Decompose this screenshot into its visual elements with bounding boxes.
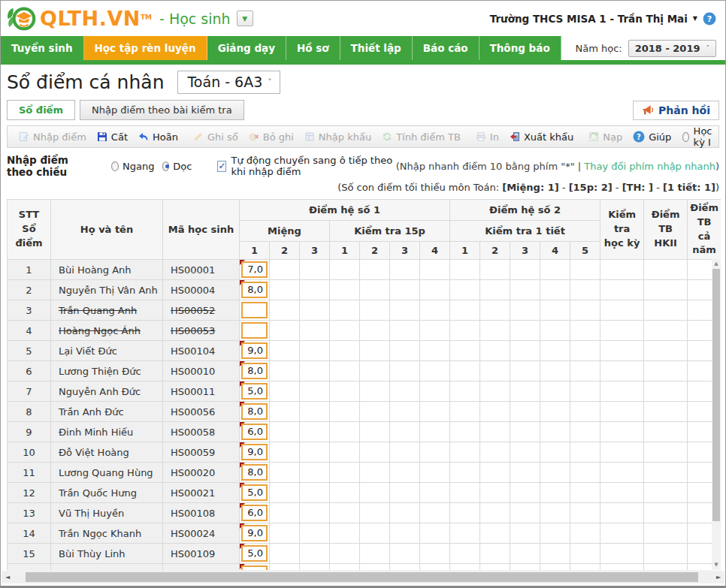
grade-cell[interactable]: [510, 260, 540, 280]
grade-cell[interactable]: [330, 361, 360, 381]
grade-cell[interactable]: [360, 463, 390, 483]
grade-input-box[interactable]: 9,0: [241, 525, 268, 541]
grade-cell[interactable]: [390, 503, 420, 523]
grade-cell[interactable]: [570, 381, 600, 402]
grade-cell[interactable]: [270, 300, 300, 321]
mieng1-input-cell[interactable]: 9,0: [240, 523, 270, 544]
grade-cell[interactable]: [480, 503, 510, 523]
grade-cell[interactable]: [510, 523, 540, 544]
grade-cell[interactable]: [570, 361, 600, 381]
exam-cell[interactable]: [600, 544, 644, 564]
grade-cell[interactable]: [420, 523, 450, 544]
page-horizontal-scrollbar[interactable]: ◄ ►: [2, 571, 724, 583]
grade-cell[interactable]: [420, 463, 450, 483]
grade-cell[interactable]: [360, 341, 390, 361]
grade-cell[interactable]: [450, 280, 480, 300]
mieng1-input-cell[interactable]: [240, 321, 270, 341]
grade-cell[interactable]: [480, 422, 510, 442]
exam-cell[interactable]: [600, 523, 644, 544]
grade-cell[interactable]: [390, 442, 420, 463]
grade-cell[interactable]: [450, 483, 480, 503]
ngang-radio[interactable]: [111, 161, 119, 171]
grade-cell[interactable]: [420, 442, 450, 463]
grade-cell[interactable]: [570, 503, 600, 523]
exam-cell[interactable]: [600, 381, 644, 402]
grade-input-box[interactable]: 5,0: [241, 383, 268, 400]
grade-cell[interactable]: [390, 260, 420, 280]
grade-cell[interactable]: [510, 321, 540, 341]
grade-cell[interactable]: [570, 564, 600, 571]
grade-cell[interactable]: [540, 523, 570, 544]
grade-input-box[interactable]: 8,0: [241, 363, 268, 379]
grade-cell[interactable]: [450, 361, 480, 381]
module-dropdown-button[interactable]: ▼: [237, 11, 253, 26]
exam-cell[interactable]: [600, 503, 644, 523]
mieng1-input-cell[interactable]: 7,0: [240, 260, 270, 280]
vertical-scrollbar[interactable]: ▲ ▼: [712, 259, 721, 570]
school-year-dropdown[interactable]: 2018 - 2019 ˅: [628, 40, 716, 57]
mieng1-input-cell[interactable]: 8,0: [240, 463, 270, 483]
grade-cell[interactable]: [570, 483, 600, 503]
grade-input-box[interactable]: 8,0: [241, 403, 268, 420]
grade-input-box[interactable]: 6,0: [241, 424, 268, 440]
grade-cell[interactable]: [420, 361, 450, 381]
grade-cell[interactable]: [270, 280, 300, 300]
grade-cell[interactable]: [330, 544, 360, 564]
grade-cell[interactable]: [510, 463, 540, 483]
grade-input-box[interactable]: [241, 302, 268, 318]
grade-cell[interactable]: [270, 341, 300, 361]
toolbar-xuat-khau-button[interactable]: Xuất khẩu: [504, 131, 579, 143]
grade-cell[interactable]: [390, 422, 420, 442]
grade-cell[interactable]: [510, 300, 540, 321]
grade-cell[interactable]: [480, 280, 510, 300]
exam-cell[interactable]: [600, 321, 644, 341]
grade-cell[interactable]: [540, 442, 570, 463]
grade-cell[interactable]: [570, 402, 600, 422]
grade-cell[interactable]: [510, 280, 540, 300]
school-user-menu[interactable]: Trường THCS MISA 1 - Trần Thị Mai: [490, 13, 688, 25]
toolbar-giup-button[interactable]: ? Giúp: [628, 131, 676, 143]
grade-cell[interactable]: [570, 260, 600, 280]
grade-cell[interactable]: [270, 381, 300, 402]
grade-cell[interactable]: [510, 483, 540, 503]
nav-tab-giang-day[interactable]: Giảng dạy: [207, 36, 286, 60]
toolbar-ghi-so-button[interactable]: Ghi sổ: [188, 131, 244, 143]
feedback-button[interactable]: Phản hồi: [633, 101, 719, 120]
mieng1-input-cell[interactable]: 5,0: [240, 381, 270, 402]
grade-cell[interactable]: [360, 260, 390, 280]
grade-cell[interactable]: [450, 321, 480, 341]
toolbar-nhap-diem-button[interactable]: Nhập điểm: [14, 131, 92, 143]
grade-cell[interactable]: [570, 442, 600, 463]
grade-cell[interactable]: [360, 361, 390, 381]
grade-cell[interactable]: [360, 503, 390, 523]
auto-next-checkbox[interactable]: ✓: [217, 161, 226, 172]
toolbar-nap-button[interactable]: Nạp: [583, 131, 628, 143]
grade-cell[interactable]: [300, 341, 330, 361]
grade-cell[interactable]: [300, 381, 330, 402]
grade-cell[interactable]: [480, 361, 510, 381]
grade-cell[interactable]: [510, 341, 540, 361]
grade-cell[interactable]: [540, 341, 570, 361]
mieng1-input-cell[interactable]: 5,0: [240, 544, 270, 564]
grade-cell[interactable]: [330, 463, 360, 483]
grade-cell[interactable]: [390, 463, 420, 483]
grade-cell[interactable]: [480, 564, 510, 571]
grade-cell[interactable]: [270, 564, 300, 571]
grade-cell[interactable]: [510, 442, 540, 463]
chevron-down-icon[interactable]: ▼: [693, 15, 697, 22]
grade-cell[interactable]: [270, 503, 300, 523]
grade-cell[interactable]: [450, 463, 480, 483]
mieng1-input-cell[interactable]: 9,0: [240, 442, 270, 463]
tab-nhap-diem-theo-bai-kiem-tra[interactable]: Nhập điểm theo bài kiểm tra: [80, 100, 244, 120]
scroll-down-arrow-icon[interactable]: ▼: [714, 560, 718, 570]
grade-cell[interactable]: [330, 523, 360, 544]
help-icon[interactable]: ?: [703, 12, 716, 26]
grade-cell[interactable]: [420, 300, 450, 321]
grade-cell[interactable]: [420, 402, 450, 422]
grade-cell[interactable]: [420, 260, 450, 280]
exam-cell[interactable]: [600, 422, 644, 442]
grade-cell[interactable]: [540, 260, 570, 280]
grade-cell[interactable]: [300, 544, 330, 564]
grade-cell[interactable]: [570, 463, 600, 483]
grade-cell[interactable]: [300, 463, 330, 483]
